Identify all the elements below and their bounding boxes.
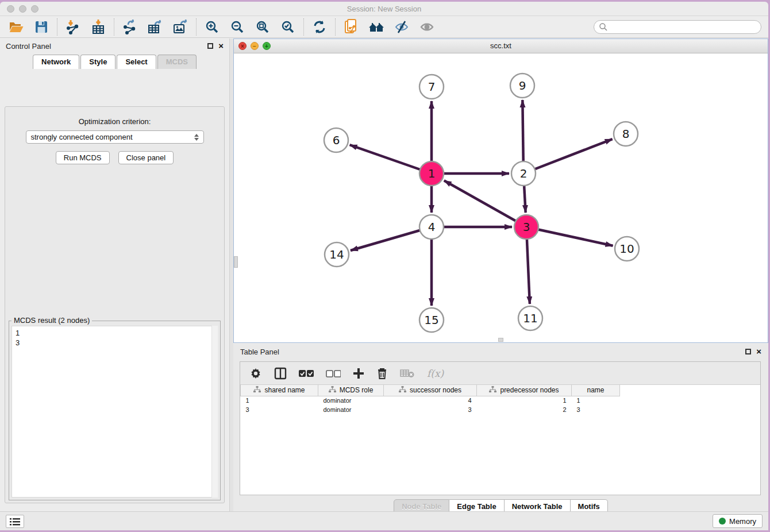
hide-selected-icon[interactable] [394, 20, 410, 34]
optimization-criterion-select[interactable]: strongly connected component [26, 130, 204, 144]
export-table-icon[interactable] [147, 20, 163, 34]
memory-status-dot [719, 518, 726, 525]
zoom-window-button[interactable] [31, 5, 38, 13]
column-header[interactable]: predecessor nodes [477, 385, 572, 396]
tab-style[interactable]: Style [80, 55, 116, 69]
function-builder-icon: f(x) [427, 366, 444, 381]
column-header[interactable]: shared name [241, 385, 318, 396]
column-header[interactable]: MCDS role [318, 385, 384, 396]
table-header-row[interactable]: shared nameMCDS rolesuccessor nodesprede… [241, 385, 761, 396]
graph-node-label: 3 [523, 220, 530, 234]
table-panel: Table Panel × [233, 344, 768, 511]
graph-edge-3-1[interactable] [444, 180, 526, 227]
memory-button[interactable]: Memory [713, 514, 763, 528]
splitter-grip-left[interactable] [234, 256, 238, 268]
table-cell[interactable]: 1 [572, 396, 620, 405]
close-table-panel-icon[interactable]: × [756, 349, 761, 354]
graph-node-label: 2 [520, 167, 528, 180]
select-all-icon[interactable] [299, 366, 314, 381]
table-row[interactable]: 1dominator411 [241, 396, 761, 405]
network-view-window: × − + scc.txt 1234678910111415 [233, 38, 768, 343]
search-field[interactable] [594, 20, 761, 34]
table-cell[interactable]: 4 [384, 396, 477, 405]
network-close-button[interactable]: × [238, 42, 247, 50]
splitter-grip-bottom[interactable] [498, 338, 503, 342]
node-table-container: f(x) shared nameMCDS rolesuccessor nodes… [240, 361, 761, 495]
refresh-layout-icon[interactable] [311, 20, 328, 34]
close-panel-icon[interactable]: × [218, 43, 224, 49]
close-window-button[interactable] [7, 5, 14, 13]
new-network-from-selection-icon[interactable] [343, 20, 359, 34]
result-scrollbar[interactable] [211, 326, 218, 498]
status-bar: Memory [0, 511, 768, 530]
graph-edge-2-8[interactable] [523, 139, 613, 174]
tab-network[interactable]: Network [33, 55, 79, 69]
list-icon [10, 518, 20, 526]
graph-node-label: 11 [523, 311, 537, 325]
search-input[interactable] [611, 22, 756, 31]
table-cell[interactable]: 3 [241, 405, 318, 414]
node-table: shared nameMCDS rolesuccessor nodesprede… [240, 385, 760, 414]
graph-node-label: 10 [619, 242, 634, 256]
show-columns-icon[interactable] [274, 366, 287, 381]
float-panel-icon[interactable] [207, 43, 213, 49]
table-cell[interactable]: 3 [384, 405, 477, 414]
table-cell[interactable]: 3 [572, 405, 620, 414]
network-graph[interactable]: 1234678910111415 [234, 53, 768, 342]
app-window: Session: New Session [0, 2, 768, 530]
graph-node-label: 4 [428, 220, 436, 234]
add-column-icon[interactable] [353, 366, 364, 381]
control-panel-title: Control Panel [6, 42, 51, 51]
hierarchy-icon [489, 386, 496, 395]
table-cell[interactable]: 1 [477, 396, 572, 405]
open-file-icon[interactable] [8, 20, 24, 34]
table-cell[interactable]: 1 [241, 396, 318, 405]
float-table-panel-icon[interactable] [745, 349, 751, 354]
cell-filler [620, 396, 761, 405]
column-header[interactable]: successor nodes [384, 385, 477, 396]
import-table-icon[interactable] [90, 20, 106, 34]
save-session-icon[interactable] [33, 20, 49, 34]
delete-table-icon [400, 366, 415, 381]
hierarchy-icon [253, 386, 261, 395]
graph-edge-1-6[interactable] [350, 145, 432, 174]
close-panel-button[interactable]: Close panel [118, 151, 174, 164]
hierarchy-icon [329, 386, 336, 395]
zoom-selected-icon[interactable] [280, 20, 296, 34]
table-cell[interactable]: dominator [318, 396, 384, 405]
tab-select[interactable]: Select [117, 55, 156, 69]
delete-column-icon[interactable] [376, 366, 388, 381]
selected-criterion: strongly connected component [31, 133, 133, 141]
window-controls [7, 5, 38, 13]
task-history-button[interactable] [6, 515, 24, 528]
network-minimize-button[interactable]: − [251, 42, 259, 50]
import-network-icon[interactable] [65, 20, 81, 34]
table-row[interactable]: 3dominator323 [241, 405, 761, 414]
minimize-window-button[interactable] [19, 5, 26, 13]
deselect-all-icon[interactable] [326, 366, 341, 381]
column-header[interactable]: name [572, 385, 620, 396]
select-stepper-icon [194, 134, 199, 141]
zoom-out-icon[interactable] [229, 20, 245, 34]
mcds-result-text[interactable]: 1 3 [11, 326, 218, 498]
window-title: Session: New Session [0, 2, 768, 16]
run-mcds-button[interactable]: Run MCDS [56, 151, 110, 164]
table-toolbar: f(x) [240, 362, 760, 385]
export-network-icon[interactable] [122, 20, 138, 34]
graph-edge-3-10[interactable] [526, 227, 613, 246]
zoom-fit-icon[interactable] [255, 20, 271, 34]
network-maximize-button[interactable]: + [263, 42, 271, 50]
show-all-icon[interactable] [419, 20, 435, 34]
first-neighbors-icon[interactable] [368, 20, 384, 34]
table-cell[interactable]: dominator [318, 405, 384, 414]
search-icon [599, 22, 608, 32]
tab-mcds[interactable]: MCDS [157, 55, 197, 69]
zoom-in-icon[interactable] [204, 20, 220, 34]
table-cell[interactable]: 2 [477, 405, 572, 414]
export-image-icon[interactable] [172, 20, 188, 34]
network-title: scc.txt [234, 39, 768, 53]
network-canvas[interactable]: 1234678910111415 [234, 53, 768, 342]
control-panel-tabs: Network Style Select MCDS [0, 55, 229, 69]
table-settings-icon[interactable] [249, 366, 262, 381]
network-title-bar: × − + scc.txt [234, 39, 768, 53]
